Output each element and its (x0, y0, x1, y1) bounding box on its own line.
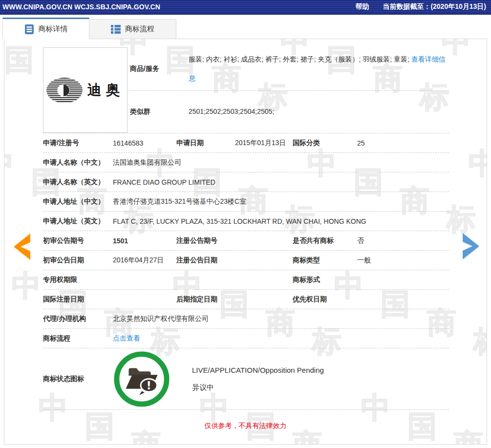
prev-arrow[interactable] (12, 234, 33, 260)
field-label: 申请人名称（中文） (43, 158, 113, 167)
field-label: 商标形式 (293, 276, 357, 284)
goods-services-label: 商品/服务 (130, 64, 189, 73)
table-row-applicant-addr-cn: 申请人地址（中文） 香港湾仔骆克道315-321号骆基中心23楼C室 (43, 192, 449, 212)
field-label: 专用权期限 (43, 276, 113, 284)
field-value: 北京昊然知识产权代理有限公司 (113, 315, 449, 323)
field-value: 一般 (357, 256, 449, 265)
tab-bar: 商标详情 商标流程 (2, 18, 491, 39)
disclaimer-band: 仅供参考，不具有法律效力 (4, 410, 487, 445)
field-value: 点击查看 (113, 334, 449, 343)
field-label: 申请人地址（英文） (43, 217, 113, 226)
field-label: 商标流程 (43, 334, 113, 343)
field-value: 否 (357, 236, 449, 245)
detail-list-icon (24, 24, 34, 34)
field-value: 25 (357, 139, 449, 147)
page: WWW.CNIPA.GOV.CN WCJS.SBJ.CNIPA.GOV.CN 帮… (0, 0, 491, 448)
click-to-view-link[interactable]: 点击查看 (113, 334, 140, 342)
table-row-initial-publication-no: 初审公告期号 1501 注册公告期号 是否共有商标 否 (43, 231, 449, 251)
field-label: 国际分类 (293, 139, 357, 148)
goods-services-row: 商品/服务 服装; 内衣; 衬衫; 成品衣; 裤子; 外套; 裙子; 夹克（服装… (130, 47, 449, 91)
table-row-application: 申请/注册号 16146583 申请日期 2015年01月13日 国际分类 25 (43, 133, 449, 153)
data-cutoff-text: 当前数据截至：(2020年10月13日) (383, 2, 486, 11)
similar-group-value: 2501;2502;2503;2504;2505; (189, 102, 449, 121)
table-row-status: 商标状态图标 ! LIVE/APPLICATION/Opposition Pen… (43, 348, 449, 410)
field-label: 申请人名称（英文） (43, 178, 113, 187)
field-label: 申请日期 (176, 139, 235, 148)
trademark-logo-circle (57, 84, 70, 97)
tab-flow-label: 商标流程 (125, 24, 154, 34)
table-row-exclusive-period: 专用权期限 商标形式 (43, 270, 449, 290)
topbar: WWW.CNIPA.GOV.CN WCJS.SBJ.CNIPA.GOV.CN 帮… (0, 0, 491, 15)
top-section: 迪奥 商品/服务 服装; 内衣; 衬衫; 成品衣; 裤子; 外套; 裙子; 夹克… (43, 47, 449, 133)
field-label: 商标类型 (293, 256, 357, 265)
field-label: 申请人地址（中文） (43, 197, 113, 206)
tab-trademark-details[interactable]: 商标详情 (2, 18, 89, 39)
flow-list-icon (111, 24, 121, 34)
table-row-applicant-addr-en: 申请人地址（英文） FLAT C, 23/F, LUCKY PLAZA, 315… (43, 212, 449, 231)
trademark-image: 迪奥 (43, 47, 128, 133)
table-row-agency: 代理/办理机构 北京昊然知识产权代理有限公司 (43, 309, 449, 329)
field-label: 是否共有商标 (293, 236, 357, 245)
field-value: 1501 (113, 237, 176, 245)
help-link[interactable]: 帮助 (355, 2, 369, 11)
field-value: 2016年04月27日 (113, 256, 176, 265)
trademark-logo-ellipse (46, 78, 83, 103)
field-value: 16146583 (113, 139, 176, 147)
goods-services-value: 服装; 内衣; 衬衫; 成品衣; 裤子; 外套; 裙子; 夹克（服装）; 羽绒服… (189, 50, 449, 88)
similar-group-row: 类似群 2501;2502;2503;2504;2505; (130, 91, 449, 132)
next-arrow[interactable] (460, 233, 481, 259)
table-row-applicant-name-cn: 申请人名称（中文） 法国迪奥集团有限公司 (43, 153, 449, 172)
field-label: 国际注册日期 (43, 295, 113, 304)
table-row-applicant-name-en: 申请人名称（英文） FRANCE DIAO GROUP LIMITED (43, 172, 449, 192)
status-label: 商标状态图标 (43, 375, 113, 384)
tab-trademark-flow[interactable]: 商标流程 (89, 19, 176, 39)
field-value: 香港湾仔骆克道315-321号骆基中心23楼C室 (113, 197, 449, 206)
goods-services-text: 服装; 内衣; 衬衫; 成品衣; 裤子; 外套; 裙子; 夹克（服装）; 羽绒服… (189, 55, 411, 63)
field-value: FRANCE DIAO GROUP LIMITED (113, 178, 449, 186)
folder-alert-icon: ! (113, 350, 171, 408)
site-domains: WWW.CNIPA.GOV.CN WCJS.SBJ.CNIPA.GOV.CN (2, 3, 160, 11)
field-label: 初审公告日期 (43, 256, 113, 265)
field-label: 优先权日期 (293, 295, 357, 304)
field-label: 申请/注册号 (43, 139, 113, 148)
tab-details-label: 商标详情 (39, 24, 68, 34)
field-value: 2015年01月13日 (235, 139, 293, 148)
svg-text:!: ! (147, 379, 151, 391)
trademark-logo-text: 迪奥 (87, 81, 125, 100)
table-row-trademark-flow: 商标流程 点击查看 (43, 329, 449, 348)
field-label: 注册公告期号 (176, 236, 235, 245)
disclaimer-text: 仅供参考，不具有法律效力 (205, 422, 287, 445)
table-row-intl-registration-date: 国际注册日期 后期指定日期 优先权日期 (43, 290, 449, 309)
status-line-cn: 异议中 (192, 383, 324, 392)
status-line-en: LIVE/APPLICATION/Opposition Pending (192, 366, 324, 374)
table-row-initial-publication-date: 初审公告日期 2016年04月27日 注册公告日期 商标类型 一般 (43, 251, 449, 270)
field-value: FLAT C, 23/F, LUCKY PLAZA, 315-321 LOCKH… (113, 217, 449, 225)
field-label: 初审公告期号 (43, 236, 113, 245)
field-label: 代理/办理机构 (43, 315, 113, 323)
field-label: 注册公告日期 (176, 256, 235, 265)
similar-group-label: 类似群 (130, 107, 189, 116)
field-label: 后期指定日期 (176, 295, 235, 304)
field-value: 法国迪奥集团有限公司 (113, 158, 449, 167)
trademark-detail-panel: 中国商标中国商标中国商标中国商标中国商标中国商标中国商标中国商标中国商标中国商标… (4, 39, 487, 445)
